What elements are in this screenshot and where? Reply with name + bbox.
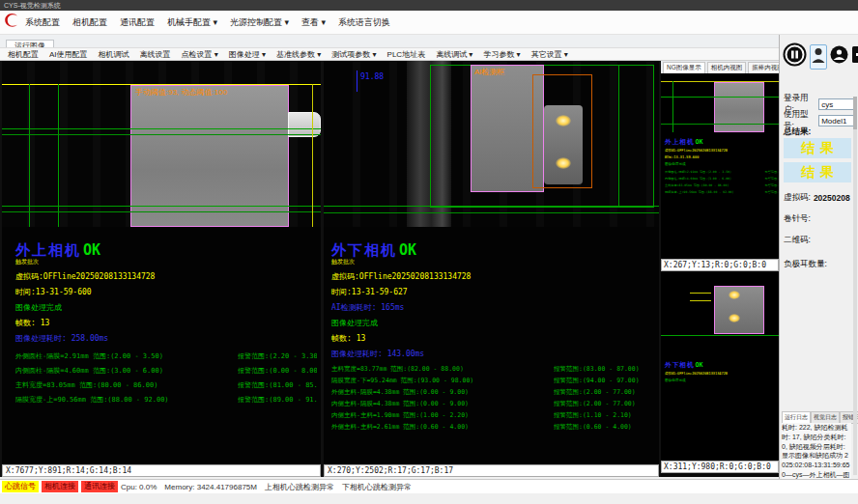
tool-offline-debug[interactable]: 离线调试 ▾ — [436, 49, 472, 60]
right-camera-title: 外下相机 — [331, 241, 397, 259]
tool-other-settings[interactable]: 其它设置 ▾ — [531, 49, 568, 60]
thumbnail-upper-camera[interactable]: 外上相机OK 虚拟码:OFFline20250208133134728 时间:1… — [661, 73, 779, 259]
pause-button[interactable] — [783, 42, 807, 70]
model-field[interactable]: Model1 — [818, 115, 855, 126]
measurement-row: 内侧主料-隔膜=4.38mm 范围:(0.00 - 9.00)报警范围:(2.0… — [331, 400, 655, 411]
window-titlebar: CYS-视觉检测系统 — [0, 0, 858, 11]
measure-value: 外侧主料-主料=2.61mm 范围:(0.60 - 4.00) — [331, 423, 554, 434]
mini-alarm: 报警范围:(89.00 - 91.00) — [765, 189, 780, 196]
qr-code-label: 二维码: — [784, 235, 811, 246]
measurement-row: 隔膜宽度-上=90.56mm 范围:(88.00 - 92.00)报警范围:(8… — [15, 395, 317, 409]
result-box-upper: 结果 — [784, 138, 851, 158]
tool-camera-config[interactable]: 相机配置 — [8, 49, 39, 60]
person-icon — [812, 46, 825, 64]
user-login-button[interactable] — [810, 44, 827, 70]
measure-value: 主料宽度=83.05mm 范围:(80.00 - 86.00) — [15, 380, 238, 395]
right-view-coordinates: X:270;Y:2502;R:17;G:17;B:17 — [324, 464, 659, 477]
measurement-row: 外侧主料-隔膜=4.38mm 范围:(0.00 - 9.00)报警范围:(2.0… — [331, 388, 655, 400]
virtual-code-value: 20250208 — [814, 193, 850, 203]
measure-value: 外侧主料-隔膜=4.38mm 范围:(0.00 - 9.00) — [331, 388, 554, 400]
mini-status: OK — [696, 137, 703, 145]
left-camera-status: OK — [83, 241, 100, 259]
menu-robot-config[interactable]: 机械手配置 ▾ — [167, 16, 217, 29]
tool-image-processing[interactable]: 图像处理 ▾ — [229, 49, 266, 60]
exit-door-icon — [851, 45, 858, 64]
menu-view[interactable]: 查看 ▾ — [301, 16, 326, 29]
left-measurement-table: 外侧圆柱-隔膜=2.91mm 范围:(2.00 - 3.50)报警范围:(2.2… — [15, 351, 317, 409]
measure-green-line — [661, 124, 779, 125]
tool-test-params[interactable]: 测试项参数 ▾ — [331, 49, 376, 60]
thumbnail2-coordinates: X:311;Y:980;R:0;G:0;B:0 — [661, 461, 779, 473]
alarm-range: 报警范围:(0.60 - 4.00) — [554, 423, 655, 434]
window-title: CYS-视觉检测系统 — [4, 2, 61, 9]
thumbnail-lower-camera[interactable]: 外下相机OK 虚拟码:OFFline20250208133134728 图像处理… — [661, 271, 779, 461]
tab-camera-inner-view[interactable]: 相机内视图 — [707, 62, 747, 73]
measure-green-line — [2, 134, 321, 135]
measure-value: 隔膜宽度-下=95.24mm 范围:(93.00 - 98.00) — [331, 377, 554, 388]
menu-light-config[interactable]: 光源控制配置 ▾ — [230, 16, 289, 29]
user-settings-button[interactable] — [830, 45, 848, 68]
highlight-glow — [556, 115, 571, 126]
sidebar-scrollbar[interactable] — [853, 97, 857, 475]
thumbnail-tabs: NG图像显示 相机内视图 振棒内视图 — [661, 61, 779, 73]
left-view-coordinates: X:7677;Y:891;R:14;G:14;B:14 — [2, 464, 321, 477]
right-measurement-table: 主料宽度=83.77mm 范围:(82.00 - 88.00)报警范围:(83.… — [331, 365, 655, 434]
tool-plc-address[interactable]: PLC地址表 — [387, 49, 426, 60]
mini-alarm: 报警范围:(0.00 - 8.00) — [765, 177, 780, 183]
mini-part — [714, 82, 764, 132]
scrollbar-thumb[interactable] — [853, 97, 857, 129]
mini-overlay-lower: 外下相机OK 虚拟码:OFFline20250208133134728 图像处理… — [665, 360, 779, 382]
mini-line: 虚拟码:OFFline20250208133134728 — [665, 371, 779, 376]
tool-baseline-params[interactable]: 基准线参数 ▾ — [276, 49, 321, 60]
tab-ng-image[interactable]: NG图像显示 — [663, 62, 705, 73]
mini-overlay-upper: 外上相机OK 虚拟码:OFFline20250208133134728 时间:1… — [665, 137, 779, 196]
control-buttons — [783, 42, 858, 70]
person-circle-icon — [830, 45, 848, 64]
menu-language-switch[interactable]: 系统语言切换 — [338, 16, 390, 29]
alarm-range: 报警范围:(1.10 - 2.10) — [554, 411, 655, 423]
mini-line: 图像处理完成 — [665, 162, 779, 167]
measurement-row: 内侧圆柱-隔膜=4.60mm 范围:(3.00 - 6.00)报警范围:(0.0… — [15, 366, 317, 380]
total-result-row: 总结果: — [784, 126, 855, 138]
yellow-annotation — [690, 293, 711, 294]
menu-bar: 系统配置 相机配置 通讯配置 机械手配置 ▾ 光源控制配置 ▾ 查看 ▾ 系统语… — [0, 11, 858, 35]
exit-button[interactable] — [851, 45, 858, 68]
menu-system-config[interactable]: 系统配置 — [25, 16, 60, 29]
measure-green-line — [661, 97, 779, 98]
pin-number-label: 卷针号: — [784, 213, 811, 225]
page-tab-row: 运行图像 — [0, 35, 858, 47]
left-camera-view[interactable]: 手动阈值:93, 动态阈值:100 外上相机OK 触发批次 虚拟码:OFFlin… — [2, 61, 321, 464]
virtual-code-line: 虚拟码:OFFline20250208133134728 — [331, 271, 655, 282]
measure-value: 主料宽度=83.77mm 范围:(82.00 - 88.00) — [331, 365, 554, 377]
time-line: 时间:13-31-59-600 — [15, 287, 317, 297]
tool-bar: 相机配置 AI使用配置 相机调试 离线设置 点检设置 ▾ 图像处理 ▾ 基准线参… — [0, 47, 858, 61]
alarm-range: 报警范围:(94.00 - 97.00) — [554, 377, 655, 388]
upper-camera-alert: 上相机心跳检测异常 — [265, 482, 334, 492]
ai-time-line: AI检测耗时: 165ms — [331, 302, 655, 313]
yellow-annotation — [690, 300, 711, 301]
menu-camera-config[interactable]: 相机配置 — [72, 16, 107, 29]
main-area: 手动阈值:93, 动态阈值:100 外上相机OK 触发批次 虚拟码:OFFlin… — [0, 61, 779, 477]
lower-camera-alert: 下相机心跳检测异常 — [342, 482, 412, 492]
mini-line: 虚拟码:OFFline20250208133134728 — [665, 148, 779, 153]
tool-learn-params[interactable]: 学习参数 ▾ — [483, 49, 520, 60]
tool-ai-config[interactable]: AI使用配置 — [49, 49, 88, 60]
processing-done-line: 图像处理完成 — [15, 302, 317, 313]
frame-count-line: 帧数: 13 — [331, 333, 655, 344]
measurement-row: 外侧圆柱-隔膜=2.91mm 范围:(2.00 - 3.50)报警范围:(2.2… — [15, 351, 317, 366]
mini-title: 外下相机 — [665, 360, 695, 368]
mini-line: 图像处理完成 — [665, 378, 779, 382]
tool-spotcheck-setting[interactable]: 点检设置 ▾ — [182, 49, 218, 60]
left-overlay-text: 外上相机OK 触发批次 虚拟码:OFFline20250208133134728… — [15, 240, 317, 409]
tool-offline-setting[interactable]: 离线设置 — [140, 49, 171, 60]
tool-camera-debug[interactable]: 相机调试 — [99, 49, 129, 60]
measure-green-line — [2, 128, 321, 129]
right-camera-view[interactable]: AI检测框 91.88 外下相机OK 触发批次 虚拟码:OFFline20250… — [324, 61, 659, 464]
menu-comm-config[interactable]: 通讯配置 — [120, 16, 155, 29]
measurement-row: 外侧主料-主料=2.61mm 范围:(0.60 - 4.00)报警范围:(0.6… — [331, 423, 655, 434]
heartbeat-badge: 心跳信号 — [2, 481, 39, 492]
blue-marker-line — [357, 70, 358, 92]
alarm-range: 报警范围:(83.00 - 87.00) — [554, 365, 655, 377]
memory-usage: Memory: 3424.41796875M — [164, 483, 257, 491]
frame-count-line: 帧数: 13 — [15, 318, 317, 328]
